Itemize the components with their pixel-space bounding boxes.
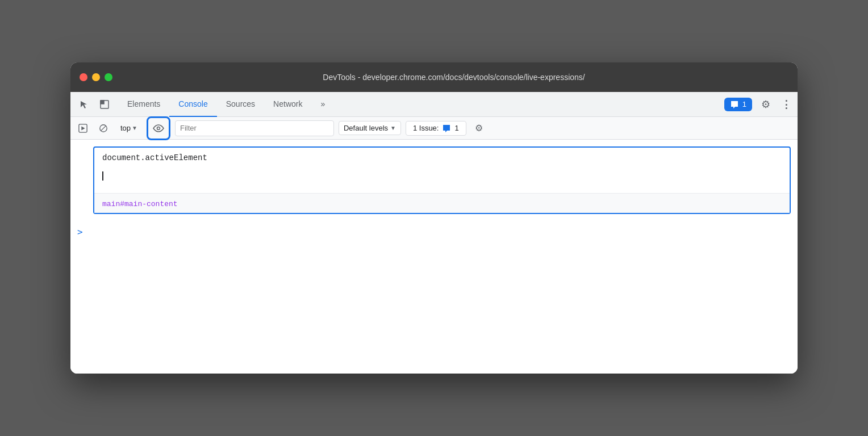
window-title: DevTools - developer.chrome.com/docs/dev… [119, 73, 788, 82]
dropdown-arrow-icon: ▼ [132, 125, 137, 131]
issues-badge[interactable]: 1 Issue: 1 [406, 121, 466, 136]
traffic-lights [80, 73, 112, 81]
tab-bar-right: 1 ⚙ ⋮ [724, 95, 793, 114]
context-selector[interactable]: top ▼ [116, 121, 142, 135]
result-value: main#main-content [102, 200, 178, 208]
svg-line-5 [101, 125, 106, 131]
live-expression-editor[interactable]: document.activeElement [94, 148, 790, 193]
tab-sources[interactable]: Sources [217, 92, 264, 117]
settings-gear-button[interactable]: ⚙ [757, 95, 775, 114]
tab-elements[interactable]: Elements [118, 92, 169, 117]
tab-console[interactable]: Console [169, 92, 216, 117]
title-bar: DevTools - developer.chrome.com/docs/dev… [70, 62, 798, 92]
default-levels-dropdown[interactable]: Default levels ▼ [339, 121, 401, 135]
maximize-button[interactable] [105, 73, 112, 81]
live-expression-highlight [147, 116, 170, 140]
tab-bar: Elements Console Sources Network » [70, 92, 798, 117]
tab-bar-left-icons [75, 95, 114, 114]
console-input[interactable] [87, 228, 791, 237]
live-expression-container: × document.activeElement main#main-conte… [70, 146, 798, 214]
svg-marker-3 [81, 126, 85, 130]
console-prompt-row: > [70, 221, 798, 243]
svg-rect-1 [101, 100, 104, 104]
live-expression-result: main#main-content [94, 193, 790, 213]
text-cursor [102, 171, 103, 181]
notification-badge[interactable]: 1 [724, 98, 752, 111]
console-toolbar: top ▼ Default levels ▼ 1 Issue: [70, 117, 798, 140]
clear-console-button[interactable] [95, 120, 111, 136]
tab-network[interactable]: Network [264, 92, 311, 117]
console-settings-button[interactable]: ⚙ [471, 120, 487, 136]
live-expression-box: document.activeElement main#main-content [93, 146, 791, 214]
tab-more[interactable]: » [311, 92, 334, 117]
console-content: × document.activeElement main#main-conte… [70, 146, 798, 374]
cursor-line [102, 171, 782, 181]
prompt-arrow-icon: > [77, 227, 83, 237]
levels-dropdown-arrow-icon: ▼ [390, 125, 396, 131]
filter-input[interactable] [175, 120, 334, 136]
devtools-window: DevTools - developer.chrome.com/docs/dev… [70, 62, 798, 374]
devtools-body: Elements Console Sources Network » [70, 92, 798, 374]
minimize-button[interactable] [92, 73, 100, 81]
run-script-button[interactable] [75, 120, 91, 136]
live-expression-button[interactable] [149, 119, 168, 137]
cursor-icon-button[interactable] [75, 95, 93, 114]
inspect-icon-button[interactable] [95, 95, 114, 114]
svg-point-6 [157, 127, 160, 129]
close-button[interactable] [80, 73, 87, 81]
more-options-button[interactable]: ⋮ [779, 95, 793, 114]
expression-text: document.activeElement [102, 153, 782, 162]
main-tabs: Elements Console Sources Network » [118, 92, 724, 117]
